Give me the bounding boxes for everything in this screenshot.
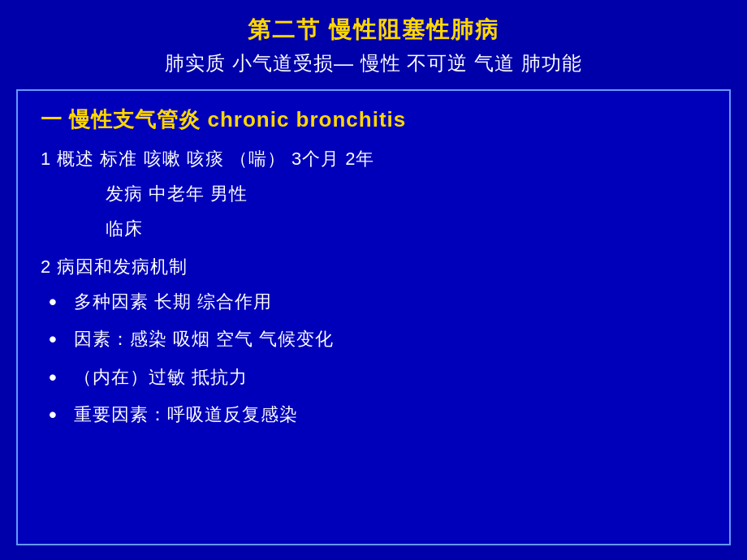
item2-heading: 2 病因和发病机制	[41, 255, 706, 279]
header-section: 第二节 慢性阻塞性肺病 肺实质 小气道受损— 慢性 不可逆 气道 肺功能	[16, 15, 731, 76]
title-line2: 肺实质 小气道受损— 慢性 不可逆 气道 肺功能	[16, 50, 731, 76]
item1-row: 1 概述 标准 咳嗽 咳痰 （喘） 3个月 2年	[41, 145, 706, 172]
bullet-item-3: • （内在）过敏 抵抗力	[41, 363, 706, 392]
content-box: 一 慢性支气管炎 chronic bronchitis 1 概述 标准 咳嗽 咳…	[16, 89, 731, 545]
bullet-item-1: • 多种因素 长期 综合作用	[41, 287, 706, 317]
bullet-dot-4: •	[49, 400, 58, 429]
bullet-dot-1: •	[49, 287, 58, 317]
bullet-text-1: 多种因素 长期 综合作用	[74, 287, 706, 316]
bullet-dot-3: •	[49, 363, 58, 392]
item1-sub1-row: 发病 中老年 男性	[41, 180, 706, 207]
item1-sub2-row: 临床	[41, 215, 706, 242]
bullet-dot-2: •	[49, 325, 58, 354]
bullet-text-3: （内在）过敏 抵抗力	[74, 363, 706, 391]
bullet-text-2: 因素：感染 吸烟 空气 气候变化	[74, 325, 706, 353]
bullet-item-2: • 因素：感染 吸烟 空气 气候变化	[41, 325, 706, 354]
bullet-item-4: • 重要因素：呼吸道反复感染	[41, 400, 706, 429]
slide-container: 第二节 慢性阻塞性肺病 肺实质 小气道受损— 慢性 不可逆 气道 肺功能 一 慢…	[0, 0, 747, 560]
section-title: 一 慢性支气管炎 chronic bronchitis	[41, 106, 706, 134]
title-line1: 第二节 慢性阻塞性肺病	[16, 15, 731, 45]
bullet-text-4: 重要因素：呼吸道反复感染	[74, 400, 706, 429]
